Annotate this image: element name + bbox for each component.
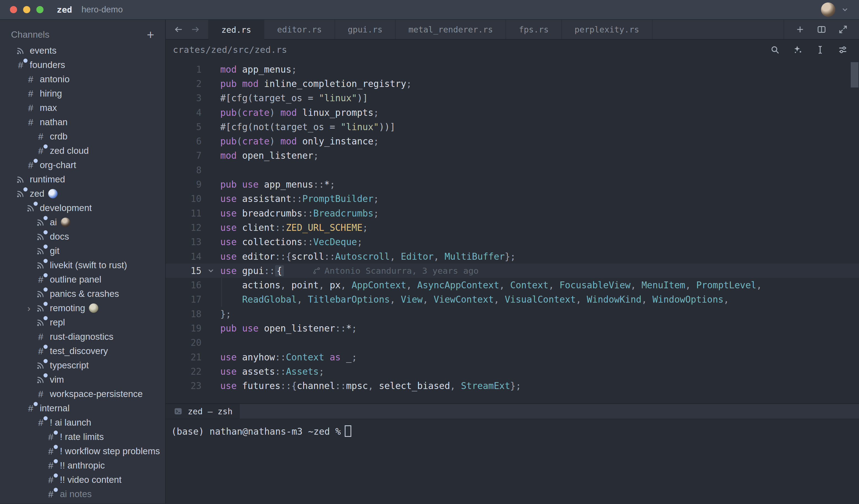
line-number: 21	[166, 352, 201, 363]
channel-item-test-discovery[interactable]: #test_discovery	[0, 344, 165, 358]
code-line-1: 1mod app_menus;	[166, 62, 859, 77]
tab-zed-rs[interactable]: zed.rs	[209, 20, 264, 40]
search-icon[interactable]	[770, 45, 780, 55]
filters-icon[interactable]	[838, 45, 848, 55]
chevron-down-icon[interactable]	[841, 5, 849, 14]
code-text: };	[220, 309, 231, 319]
channel-item-panics-crashes[interactable]: panics & crashes	[0, 287, 165, 301]
channel-label: panics & crashes	[50, 288, 119, 299]
notification-dot	[44, 230, 48, 234]
terminal-tab[interactable]: zed — zsh	[166, 404, 240, 419]
channel-label: git	[50, 246, 59, 256]
code-line-14: 14use editor::{scroll::Autoscroll, Edito…	[166, 249, 859, 264]
channel-label: zed cloud	[50, 145, 89, 156]
terminal-tab-bar: zed — zsh	[166, 404, 859, 419]
tab-perplexity-rs[interactable]: perplexity.rs	[562, 20, 652, 39]
channel-item-repl[interactable]: repl	[0, 315, 165, 330]
broadcast-icon	[36, 303, 45, 313]
channel-item-typescript[interactable]: typescript	[0, 358, 165, 373]
tab-metal-renderer-rs[interactable]: metal_renderer.rs	[396, 20, 506, 39]
new-file-button[interactable]	[795, 25, 805, 34]
broadcast-icon	[16, 189, 25, 198]
close-window-button[interactable]	[10, 6, 17, 13]
sparkles-icon[interactable]	[793, 45, 803, 55]
channel-label: hiring	[40, 88, 62, 99]
code-text: use breadcrumbs::Breadcrumbs;	[220, 208, 379, 219]
hash-icon: #	[46, 461, 56, 470]
channel-label: events	[30, 45, 57, 56]
expand-pane-button[interactable]	[838, 25, 848, 34]
notification-dot	[44, 273, 48, 277]
notification-dot	[44, 373, 48, 377]
line-number: 15	[166, 266, 201, 276]
channel-item-founders[interactable]: #founders	[0, 58, 165, 72]
channel-item-remoting[interactable]: ›remoting	[0, 301, 165, 315]
channel-item-antonio[interactable]: #antonio	[0, 72, 165, 86]
line-number: 16	[166, 280, 201, 290]
maximize-window-button[interactable]	[36, 6, 44, 13]
channel-item-zed[interactable]: zed	[0, 187, 165, 201]
channel-item-development[interactable]: development	[0, 201, 165, 215]
scrollbar-thumb[interactable]	[851, 62, 858, 88]
channel-item-anthropic[interactable]: #!! anthropic	[0, 458, 165, 473]
channel-item-hiring[interactable]: #hiring	[0, 86, 165, 101]
hash-icon: #	[36, 146, 45, 155]
fold-chevron-icon[interactable]	[201, 267, 220, 275]
code-editor[interactable]: 1mod app_menus;2pub mod inline_completio…	[166, 60, 859, 403]
line-number: 1	[166, 64, 201, 75]
hash-icon: #	[26, 75, 35, 84]
code-line-8: 8	[166, 163, 859, 177]
code-text: use assets::Assets;	[220, 366, 324, 377]
channel-item-livekit-swift-to-rust[interactable]: livekit (swift to rust)	[0, 258, 165, 272]
hash-icon: #	[16, 60, 25, 69]
code-lines: 1mod app_menus;2pub mod inline_completio…	[166, 62, 859, 393]
ibeam-cursor-icon[interactable]	[815, 45, 825, 55]
channel-item-nathan[interactable]: #nathan	[0, 115, 165, 129]
nav-forward-button[interactable]	[191, 25, 200, 34]
chevron-right-icon[interactable]: ›	[24, 303, 34, 314]
hash-icon: #	[26, 89, 35, 98]
breadcrumb[interactable]: crates/zed/src/zed.rs	[173, 45, 287, 55]
channel-item-org-chart[interactable]: #org-chart	[0, 158, 165, 172]
channel-item-ai-notes[interactable]: #ai notes	[0, 487, 165, 501]
channel-item-outline-panel[interactable]: #outline panel	[0, 272, 165, 287]
terminal-output[interactable]: (base) nathan@nathans-m3 ~zed %	[166, 419, 859, 503]
code-text: mod open_listener;	[220, 150, 319, 161]
channel-item-workflow-step-problems[interactable]: #! workflow step problems	[0, 444, 165, 458]
tab-label: fps.rs	[519, 25, 548, 34]
line-number: 19	[166, 323, 201, 334]
channel-item-runtimed[interactable]: runtimed	[0, 172, 165, 187]
tab-gpui-rs[interactable]: gpui.rs	[335, 20, 396, 39]
channel-item-crdb[interactable]: #crdb	[0, 129, 165, 144]
code-line-4: 4pub(crate) mod linux_prompts;	[166, 105, 859, 120]
channel-item-zed-cloud[interactable]: #zed cloud	[0, 144, 165, 158]
channel-item-video-content[interactable]: #!! video content	[0, 473, 165, 487]
channel-item-workspace-persistence[interactable]: #workspace-persistence	[0, 387, 165, 401]
split-pane-button[interactable]	[817, 25, 827, 34]
channel-item-internal[interactable]: #internal	[0, 401, 165, 415]
channel-item-ai-launch[interactable]: #! ai launch	[0, 415, 165, 430]
notification-dot	[24, 187, 28, 191]
channel-item-vim[interactable]: vim	[0, 373, 165, 387]
code-text: use anyhow::Context as _;	[220, 352, 357, 363]
notification-dot	[34, 159, 38, 163]
code-text: use editor::{scroll::Autoscroll, Editor,…	[220, 251, 516, 262]
line-number: 22	[166, 366, 201, 377]
channel-item-rust-diagnostics[interactable]: #rust-diagnostics	[0, 330, 165, 344]
channel-item-git[interactable]: git	[0, 244, 165, 258]
channel-item-rate-limits[interactable]: #! rate limits	[0, 430, 165, 444]
channel-item-max[interactable]: #max	[0, 101, 165, 115]
nav-back-button[interactable]	[174, 25, 183, 34]
minimize-window-button[interactable]	[23, 6, 30, 13]
add-channel-button[interactable]: +	[147, 28, 154, 41]
user-avatar[interactable]	[821, 2, 835, 17]
channel-item-events[interactable]: events	[0, 44, 165, 58]
channel-label: rust-diagnostics	[50, 331, 114, 342]
channels-title: Channels	[11, 29, 49, 40]
channel-label: docs	[50, 231, 69, 242]
channel-item-ai[interactable]: ai	[0, 215, 165, 230]
tab-fps-rs[interactable]: fps.rs	[506, 20, 562, 39]
tab-editor-rs[interactable]: editor.rs	[264, 20, 335, 39]
channel-item-docs[interactable]: docs	[0, 230, 165, 244]
channel-label: runtimed	[30, 174, 65, 185]
